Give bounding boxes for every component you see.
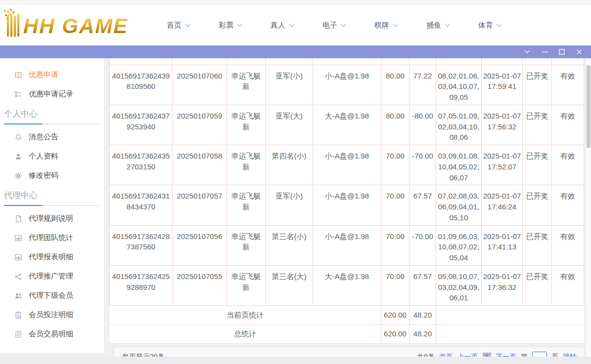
vertical-scrollbar[interactable] (586, 58, 591, 357)
cell-game-name: 幸运飞艇新 (227, 105, 266, 145)
chart-icon (14, 253, 22, 261)
sidebar-section-personal: 个人中心 (0, 108, 104, 124)
chevron-down-icon (393, 24, 398, 27)
cell-win-loss: -80.00 (409, 105, 436, 145)
sidebar-item-label: 会员交易明细 (29, 329, 73, 339)
cell-period: 20250107059 (173, 105, 227, 145)
table-row: 401569173624287387560 20250107056 幸运飞艇新 … (110, 225, 584, 265)
sidebar-item-label: 修改密码 (29, 171, 58, 180)
nav-label: 首页 (167, 21, 182, 30)
section-underline (4, 123, 99, 124)
cell-bet-content: 小-A盘@1.98 (313, 185, 381, 225)
sidebar-item-promo-records[interactable]: 优惠申请记录 (0, 84, 104, 104)
sidebar-item-agent-sub-members[interactable]: 代理下级会员 (0, 286, 104, 305)
summary-current-page-row: 当前页统计 620.00 48.20 (110, 306, 584, 324)
summary-amount: 620.00 (381, 306, 409, 324)
cell-order-id: 401569173624287387560 (110, 225, 173, 265)
cell-period: 20250107056 (173, 225, 227, 265)
cell-bet-type: 第三名(大) (266, 265, 313, 305)
window-minimize-button[interactable] (541, 48, 548, 56)
cell-bet-type: 亚军(大) (266, 105, 313, 145)
cell-time: 2025-01-07 17:36:32 (482, 265, 523, 305)
main-nav: 首页 彩票 真人 电子 棋牌 捕鱼 体育 (167, 21, 502, 30)
cell-validity: 有效 (552, 65, 584, 105)
cell-time: 2025-01-07 17:59:41 (482, 65, 523, 105)
cell-amount: 80.00 (381, 105, 409, 145)
table-row: 401569173624398109560 20250107060 幸运飞艇新 … (110, 65, 584, 105)
cell-bet-type: 亚军(小) (266, 65, 313, 105)
cell-draw-numbers: 07,05,01,09,02,03,04,10,08,06 (436, 105, 482, 145)
bet-records-panel: 401569173624398109560 20250107060 幸运飞艇新 … (109, 58, 585, 344)
cell-draw-numbers: 07,02,08,03,06,09,04,01,05,10 (436, 185, 482, 225)
cell-win-loss: 67.57 (409, 185, 436, 225)
clipboard-icon (14, 311, 22, 319)
cell-game-name: 幸运飞艇新 (227, 225, 266, 265)
bet-table-body: 401569173624398109560 20250107060 幸运飞艇新 … (110, 58, 584, 306)
sidebar-item-member-bet-detail[interactable]: 会员投注明细 (0, 305, 104, 324)
nav-item-live[interactable]: 真人 (271, 21, 294, 30)
cell-status: 已开奖 (523, 65, 552, 105)
brand-logo[interactable]: HH GAME (7, 14, 143, 37)
content-area: 优惠申请 优惠申请记录 个人中心 消息公告 个人资料 修改密码 (0, 58, 591, 357)
window-collapse-button[interactable] (523, 48, 531, 56)
nav-item-cards[interactable]: 棋牌 (374, 21, 398, 30)
sidebar-item-agent-team-stats[interactable]: 代理团队统计 (0, 228, 104, 247)
chevron-down-icon (185, 24, 190, 27)
cell-time: 2025-01-07 17:41:13 (482, 225, 523, 265)
cell-amount: 70.00 (381, 145, 409, 185)
cell-period: 20250107060 (173, 65, 227, 105)
cell-validity: 有效 (552, 105, 584, 145)
summary-empty (436, 324, 584, 343)
nav-item-lottery[interactable]: 彩票 (219, 21, 242, 30)
nav-item-fishing[interactable]: 捕鱼 (426, 21, 450, 30)
cell-win-loss: -70.00 (409, 145, 436, 185)
window-close-button[interactable] (575, 48, 583, 56)
section-title: 代理中心 (4, 190, 99, 205)
coupon-icon (14, 71, 22, 79)
nav-label: 捕鱼 (426, 21, 441, 30)
cell-draw-numbers: 05,08,10,07,03,02,04,09,06,01 (436, 265, 482, 305)
sidebar-item-label: 个人资料 (29, 152, 58, 161)
sidebar: 优惠申请 优惠申请记录 个人中心 消息公告 个人资料 修改密码 (0, 58, 105, 353)
cell-status: 已开奖 (523, 145, 552, 185)
nav-label: 电子 (322, 21, 337, 30)
sidebar-item-agent-report-detail[interactable]: 代理报表明细 (0, 247, 104, 267)
cell-draw-numbers: 01,09,06,03,10,08,07,02,05,04 (436, 225, 482, 265)
cell-validity: 有效 (552, 185, 584, 225)
records-icon (14, 90, 22, 98)
scrollbar-thumb[interactable] (587, 65, 591, 148)
cell-game-name: 幸运飞艇新 (227, 145, 266, 185)
nav-label: 棋牌 (374, 21, 389, 30)
cell-amount: 70.00 (381, 185, 409, 225)
list-icon (14, 330, 22, 338)
cell-game-name: 幸运飞艇新 (227, 185, 266, 225)
sidebar-item-profile[interactable]: 个人资料 (0, 147, 104, 166)
cell-amount: 70.00 (381, 225, 409, 265)
nav-item-home[interactable]: 首页 (167, 21, 190, 30)
sidebar-item-agent-rules[interactable]: 代理规则说明 (0, 209, 104, 228)
nav-item-sports[interactable]: 体育 (478, 21, 502, 30)
nav-item-slots[interactable]: 电子 (322, 21, 346, 30)
sidebar-item-announcements[interactable]: 消息公告 (0, 127, 104, 147)
bell-icon (14, 133, 22, 141)
sidebar-item-label: 代理报表明细 (29, 252, 73, 262)
sidebar-section-agent: 代理中心 (0, 190, 104, 206)
cell-time: 2025-01-07 17:46:24 (482, 185, 523, 225)
sidebar-item-member-transaction-detail[interactable]: 会员交易明细 (0, 324, 104, 344)
cell-amount: 70.00 (381, 265, 409, 305)
sidebar-item-agent-promotion[interactable]: 代理推广管理 (0, 267, 104, 286)
logo-stripes-icon (7, 14, 19, 37)
maximize-icon (559, 49, 565, 55)
cell-order-id: 401569173624318434370 (110, 185, 173, 225)
cell-validity: 有效 (552, 225, 584, 265)
cell-status: 已开奖 (523, 225, 552, 265)
sidebar-item-change-password[interactable]: 修改密码 (0, 166, 104, 185)
cell-draw-numbers: 08,02,01,06,03,04,10,07,09,05 (436, 65, 482, 105)
cell-order-id: 401569173624379253940 (110, 105, 173, 145)
cell-validity: 有效 (552, 265, 584, 305)
window-maximize-button[interactable] (558, 48, 566, 56)
sidebar-item-promo-apply[interactable]: 优惠申请 (0, 65, 104, 84)
summary-empty (436, 306, 584, 324)
cell-win-loss: 77.22 (409, 65, 436, 105)
sidebar-item-label: 代理推广管理 (29, 272, 73, 281)
